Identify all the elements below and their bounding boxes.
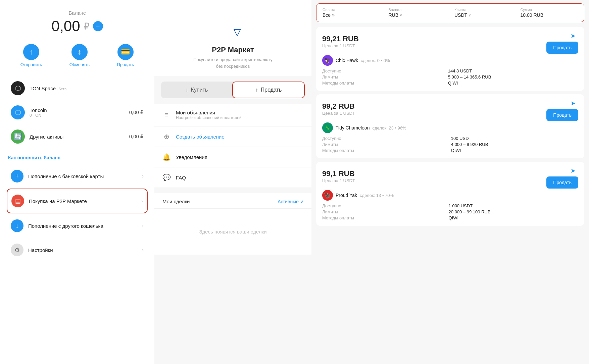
tab-sell[interactable]: ↑ Продать	[232, 82, 305, 98]
menu-notifications[interactable]: 🔔 Уведомления	[154, 147, 311, 167]
sell-icon: 💳	[117, 44, 134, 60]
bank-card-text: Пополнение с банковской карты	[28, 173, 137, 179]
bank-card-arrow: ›	[142, 173, 144, 179]
section-title: Как пополнить баланс	[7, 155, 148, 160]
wallet-list: ⬡ TON Space Бета ⬡ Toncoin 0 TON 0,00 ₽ …	[7, 76, 148, 148]
balance-amount: 0,00 ₽ +	[7, 18, 148, 35]
sell-button[interactable]: 💳 Продать	[117, 44, 134, 67]
settings-text: Настройки	[28, 247, 137, 253]
notifications-icon: 🔔	[162, 153, 170, 161]
offer-right-1: ➤ Продать	[546, 32, 578, 54]
sell-offer-button-1[interactable]: Продать	[546, 42, 578, 54]
tab-buy[interactable]: ↓ Купить	[161, 82, 232, 98]
deals-filter-chevron: ∨	[300, 199, 303, 204]
my-ads-sub: Настройки объявлений и платежей	[176, 115, 303, 120]
filter-amount-label: Сумма	[521, 8, 578, 12]
settings-arrow: ›	[142, 247, 144, 253]
menu-item-settings[interactable]: ⚙ Настройки ›	[7, 238, 148, 262]
toncoin-balance: 0,00 ₽	[129, 109, 144, 115]
filter-crypto-label: Крипта	[454, 8, 512, 12]
offer-details-3: Доступно 1 000 USDT Лимиты 20 000 – 99 1…	[322, 203, 578, 220]
other-wallet-arrow: ›	[142, 223, 144, 229]
menu-faq[interactable]: 💬 FAQ	[154, 167, 311, 188]
other-assets-name: Другие активы	[30, 134, 125, 140]
filter-currency-value: RUB ∨	[389, 12, 446, 18]
offer-price-unit-2: Цена за 1 USDT	[322, 111, 355, 116]
payment-label-2: Методы оплаты	[322, 148, 444, 153]
seller-avatar-2: 🦎	[322, 122, 333, 133]
p2p-text: Покупка на P2P Маркете	[29, 198, 137, 204]
sell-offer-button-3[interactable]: Продать	[546, 176, 578, 189]
available-label-3: Доступно	[322, 203, 442, 208]
seller-avatar-3: 🦬	[322, 190, 333, 201]
exchange-label: Обменять	[69, 62, 90, 67]
payment-value-2: QIWI	[451, 148, 578, 153]
ton-space-name: TON Space Бета	[30, 86, 144, 91]
wallet-ton-space[interactable]: ⬡ TON Space Бета	[7, 76, 148, 100]
menu-list: + Пополнение с банковской карты › ▤ Поку…	[7, 164, 148, 262]
svg-text:↗: ↗	[234, 13, 241, 24]
available-value-2: 100 USDT	[451, 136, 578, 141]
share-button-1[interactable]: ➤	[571, 32, 576, 40]
filter-amount-value: 10.00 RUB	[521, 12, 578, 18]
sell-label: Продать	[117, 62, 134, 67]
menu-item-p2p[interactable]: ▤ Покупка на P2P Маркете ›	[7, 189, 148, 213]
exchange-icon: ↕	[71, 44, 88, 60]
balance-label: Баланс	[7, 10, 148, 16]
p2p-market-icon: 💵 ↗ ↙ ▽	[219, 10, 246, 42]
filter-bar: Оплата Все ⇅ Валюта RUB ∨ Крипта USDT ∨ …	[316, 3, 584, 22]
send-icon: ↑	[23, 44, 39, 60]
balance-currency: ₽	[84, 21, 90, 32]
ton-space-icon: ⬡	[11, 81, 25, 95]
offer-price-unit-1: Цена за 1 USDT	[322, 43, 359, 48]
sell-offer-button-2[interactable]: Продать	[546, 109, 578, 121]
add-balance-button[interactable]: +	[93, 21, 103, 31]
toncoin-icon: ⬡	[11, 105, 25, 119]
balance-value: 0,00	[51, 18, 80, 35]
offer-price-row-2: 99,2 RUB Цена за 1 USDT ➤ Продать	[322, 100, 578, 121]
deals-header: Мои сделки Активные ∨	[154, 193, 311, 209]
sell-tab-icon: ↑	[255, 87, 258, 93]
filter-crypto[interactable]: Крипта USDT ∨	[452, 6, 515, 19]
menu-my-ads[interactable]: ≡ Мои объявления Настройки объявлений и …	[154, 104, 311, 126]
offer-seller-3: 🦬 Proud Yak сделок: 13 • 70%	[322, 190, 578, 201]
seller-stats-1: сделок: 0 • 0%	[361, 58, 390, 63]
seller-info-3: Proud Yak	[336, 193, 357, 198]
left-panel: Баланс 0,00 ₽ + ↑ Отправить ↕ Обменять 💳…	[0, 0, 154, 364]
wallet-toncoin[interactable]: ⬡ Toncoin 0 TON 0,00 ₽	[7, 101, 148, 124]
toncoin-name: Toncoin	[30, 107, 125, 113]
filter-payment[interactable]: Оплата Все ⇅	[320, 6, 383, 19]
seller-stats-2: сделок: 23 • 96%	[372, 125, 406, 131]
deals-filter[interactable]: Активные ∨	[278, 199, 303, 204]
my-ads-text: Мои объявления	[176, 110, 303, 115]
create-ad-text: Создать объявление	[176, 134, 303, 140]
deals-filter-label: Активные	[278, 199, 299, 204]
seller-name-1: Chic Hawk	[336, 58, 358, 63]
menu-item-other-wallet[interactable]: ↓ Пополнение с другого кошелька ›	[7, 214, 148, 238]
filter-payment-value: Все ⇅	[323, 12, 380, 18]
share-button-3[interactable]: ➤	[571, 167, 576, 174]
payment-value-1: QIWI	[448, 81, 578, 86]
filter-currency-label: Валюта	[389, 8, 446, 12]
exchange-button[interactable]: ↕ Обменять	[69, 44, 90, 67]
send-button[interactable]: ↑ Отправить	[20, 44, 42, 67]
p2p-header: 💵 ↗ ↙ ▽ P2P Маркет Покупайте и продавайт…	[154, 0, 311, 76]
svg-text:▽: ▽	[234, 27, 241, 37]
balance-section: Баланс 0,00 ₽ +	[7, 10, 148, 35]
offer-price-row-1: 99,21 RUB Цена за 1 USDT ➤ Продать	[322, 32, 578, 54]
deals-section: Мои сделки Активные ∨ Здесь появятся ваш…	[154, 193, 311, 255]
seller-name-3: Proud Yak	[336, 193, 357, 198]
filter-amount[interactable]: Сумма 10.00 RUB	[518, 6, 581, 19]
share-button-2[interactable]: ➤	[571, 100, 576, 107]
filter-payment-arrow: ⇅	[332, 13, 335, 17]
filter-payment-label: Оплата	[323, 8, 380, 12]
menu-item-bank-card[interactable]: + Пополнение с банковской карты ›	[7, 164, 148, 188]
notifications-text: Уведомления	[176, 154, 303, 160]
offer-right-2: ➤ Продать	[546, 100, 578, 121]
wallet-other[interactable]: 🔄 Другие активы 0,00 ₽	[7, 125, 148, 148]
filter-currency[interactable]: Валюта RUB ∨	[386, 6, 449, 19]
seller-avatar-1: 🦅	[322, 55, 333, 66]
filter-crypto-value: USDT ∨	[454, 12, 512, 18]
buy-label: Купить	[191, 87, 208, 93]
menu-create-ad[interactable]: ⊕ Создать объявление	[154, 126, 311, 147]
